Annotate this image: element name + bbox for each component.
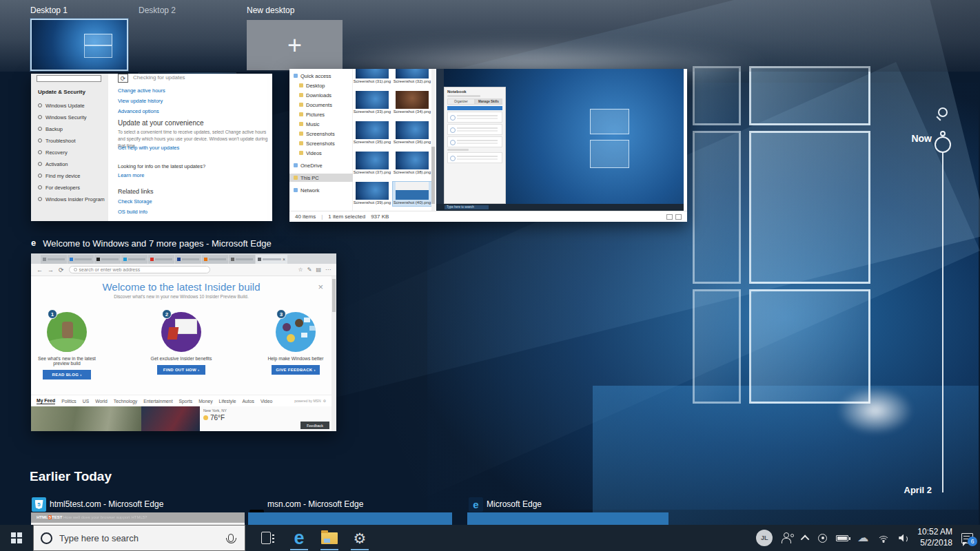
tray-status-icon[interactable] [818,534,827,543]
status-item-count: 40 items [295,214,316,220]
timeline-card-msn[interactable] [248,512,452,525]
desktop2-label: Desktop 2 [139,6,176,15]
downloads-icon [299,93,303,97]
news-image [141,406,200,431]
onedrive-cloud-icon[interactable]: ☁ [857,532,868,543]
battery-icon[interactable] [836,535,848,541]
nav-item: Desktop [299,81,325,90]
explorer-scrollbar [431,69,435,211]
timeline-card-title: Microsoft Edge [487,499,542,509]
desktop1-label: Desktop 1 [30,6,68,15]
timeline-search-icon[interactable] [936,107,954,125]
timeline-now-label: Now [893,133,932,144]
volume-icon[interactable] [899,534,908,543]
file-thumbnail [356,182,389,200]
settings-content: ⟳ Checking for updates Change active hou… [108,74,272,221]
give-feedback-button: GIVE FEEDBACK › [272,365,320,375]
file-thumbnail [396,152,429,169]
weather-panel: New York, NY 76°F Feedback [200,406,331,431]
timeline-card-html5test[interactable]: HTML5TEST How well does your browser sup… [31,512,245,525]
file-thumbnail [356,152,389,169]
explorer-preview-pane: Notebook Organizer Manage Skills Type he… [436,69,684,211]
browser-tab [94,255,121,264]
more-icon: ⋯ [325,267,331,273]
edge-window-thumbnail[interactable]: ← → ⟳ search or enter web address ☆ ✎ ▤ … [31,253,336,431]
file-thumbnail [356,69,389,79]
timeline-now-marker[interactable] [935,136,951,153]
preview-start-column [436,69,444,211]
start-button[interactable] [0,525,33,551]
feedback-button: Feedback [300,422,329,429]
feature-column: 2 Get exclusive Insider benefits FIND OU… [145,312,217,380]
timeline-date-label: April 2 [859,485,932,495]
timeline-top-tick [940,131,946,136]
pictures-icon [299,112,303,116]
desktop1-thumbnail[interactable] [30,19,128,71]
wallpaper-pane-glow [837,386,913,435]
system-tray: JL ☁ 10:52 AM 5/2/2018 6 [756,525,980,551]
edge-icon: e [31,236,36,251]
nav-item: Pictures [299,110,325,118]
cortana-card [447,136,502,147]
this-pc-icon [294,176,298,180]
nav-item: Screenshots [299,139,335,147]
forward-icon: → [48,267,54,273]
troubleshoot-icon [38,138,42,143]
insider-program-icon [38,197,42,201]
address-bar: search or enter web address [69,266,210,273]
powered-by-msn: powered by MSN ⚙ [294,399,326,403]
news-image [31,406,141,431]
tab-favicon [123,258,127,261]
taskbar-edge-button[interactable]: e [284,525,314,551]
sidebar-item: Backup [38,125,63,133]
action-center-icon[interactable]: 6 [961,533,973,543]
wifi-icon[interactable] [877,533,890,543]
cortana-tabs: Organizer Manage Skills [447,98,502,105]
quick-access-icon [294,74,298,78]
advanced-options-link: Advanced options [118,108,159,114]
show-hidden-icons-chevron[interactable] [801,534,810,543]
taskbar-settings-button[interactable]: ⚙ [345,525,375,551]
people-icon[interactable] [782,532,794,543]
browser-tab [41,255,67,264]
taskbar-clock[interactable]: 10:52 AM 5/2/2018 [917,527,952,548]
hub-icon: ▤ [316,267,321,273]
desktops-strip: Desktop 1 Desktop 2 New desktop + [0,0,980,72]
cortana-card [447,152,502,163]
cortana-card [447,124,502,135]
news-strip: New York, NY 76°F Feedback [31,406,331,431]
html5-site-icon: 5 [32,497,46,512]
edge-card-title: Welcome to Windows and 7 more pages - Mi… [43,238,271,249]
related-links-heading: Related links [118,188,154,195]
taskbar-explorer-button[interactable] [314,525,345,551]
user-avatar[interactable]: JL [756,530,773,546]
tab-favicon [70,258,73,261]
explorer-window-thumbnail[interactable]: Quick access Desktop Downloads Documents… [289,69,687,222]
timeline-card-edge[interactable] [467,512,668,525]
taskbar: Type here to search e ⚙ JL ☁ [0,525,980,551]
cortana-card [447,112,502,123]
task-view-icon [261,532,271,544]
file-item: Screenshot (39).png [353,182,391,206]
timeline-scrollbar[interactable] [942,152,943,492]
earlier-today-heading: Earlier Today [30,469,112,484]
new-desktop-button[interactable]: + [247,20,343,70]
learn-more-link: Learn more [118,172,144,178]
file-thumbnail [396,91,429,109]
tab-favicon [204,258,207,261]
backup-icon [38,127,42,131]
recovery-icon [38,150,42,154]
view-update-history-link: View update history [118,98,163,104]
task-view-button[interactable] [254,525,278,551]
nav-item: Videos [299,149,322,157]
browser-tab [121,255,147,264]
cortana-blue-button [447,106,502,110]
thumbnail-view-icon [675,214,682,220]
settings-window-thumbnail[interactable]: Update & Security Windows Update Windows… [31,74,272,221]
refresh-icon: ⟳ [59,267,64,273]
taskbar-search-box[interactable]: Type here to search [33,525,245,551]
read-blog-button: READ BLOG › [43,370,91,380]
settings-sidebar-header: Update & Security [38,89,85,95]
file-thumbnail [356,121,389,139]
microphone-icon[interactable] [228,534,234,542]
